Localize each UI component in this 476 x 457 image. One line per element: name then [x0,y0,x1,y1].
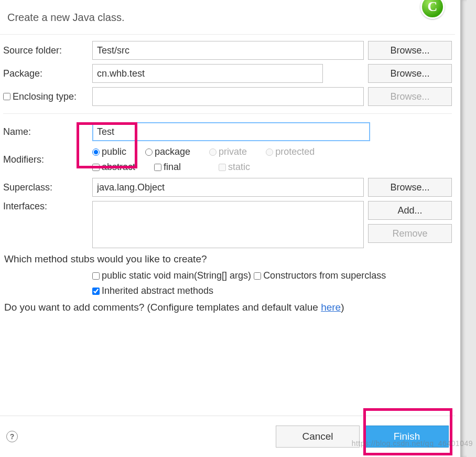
name-input[interactable] [92,122,370,141]
dialog-title: Create a new Java class. [7,12,448,24]
dialog-footer: ? Cancel Finish [0,416,455,457]
enclosing-type-label-wrap: Enclosing type: [3,91,88,102]
stub-constructors[interactable]: Constructors from superclass [254,268,386,283]
enclosing-type-checkbox[interactable] [3,93,10,100]
modifiers-label: Modifiers: [3,154,88,165]
browse-source-button[interactable]: Browse... [368,41,452,60]
finish-button[interactable]: Finish [365,426,449,448]
modifier-abstract[interactable]: abstract [92,162,135,173]
browse-enclosing-button: Browse... [368,87,452,106]
modifier-package-radio[interactable] [145,148,153,156]
divider [3,113,452,114]
help-icon[interactable]: ? [6,431,18,442]
modifier-abstract-checkbox[interactable] [92,164,100,171]
modifier-static: static [219,162,250,173]
window-shadow [460,0,476,457]
browse-superclass-button[interactable]: Browse... [368,178,452,197]
superclass-input[interactable] [92,178,364,197]
modifier-package[interactable]: package [145,146,190,157]
stub-constructors-checkbox[interactable] [254,272,261,280]
modifier-final-checkbox[interactable] [154,164,161,171]
add-interface-button[interactable]: Add... [368,201,452,220]
name-label: Name: [3,126,88,137]
form-area: Source folder: Browse... Package: Browse… [0,35,455,316]
stub-inherited[interactable]: Inherited abstract methods [92,283,213,299]
modifier-protected-radio [266,148,273,156]
source-folder-input[interactable] [92,41,364,60]
modifier-protected: protected [266,146,315,157]
cancel-button[interactable]: Cancel [276,426,360,448]
interfaces-list[interactable] [92,201,364,248]
method-stubs-list: public static void main(String[] args) C… [3,268,452,299]
source-folder-label: Source folder: [3,45,88,56]
comments-question: Do you want to add comments? (Configure … [3,299,452,316]
enclosing-type-label: Enclosing type: [13,91,77,102]
stub-main-checkbox[interactable] [92,272,100,280]
configure-here-link[interactable]: here [321,302,341,313]
modifier-static-checkbox [219,164,226,171]
stub-inherited-checkbox[interactable] [92,288,100,295]
modifier-public[interactable]: public [92,146,126,157]
enclosing-type-input [92,87,364,106]
browse-package-button[interactable]: Browse... [368,64,452,83]
new-java-class-dialog: C Create a new Java class. Source folder… [0,0,455,457]
modifier-private-radio [209,148,217,156]
modifier-final[interactable]: final [154,162,181,173]
package-label: Package: [3,68,88,79]
modifier-private: private [209,146,247,157]
superclass-label: Superclass: [3,182,88,193]
method-stubs-question: Which method stubs would you like to cre… [3,250,452,268]
remove-interface-button: Remove [368,224,452,243]
interfaces-label: Interfaces: [3,201,88,212]
modifier-public-radio[interactable] [92,148,100,156]
package-input[interactable] [92,64,323,83]
dialog-header: C Create a new Java class. [0,0,455,35]
stub-main[interactable]: public static void main(String[] args) [92,268,251,283]
